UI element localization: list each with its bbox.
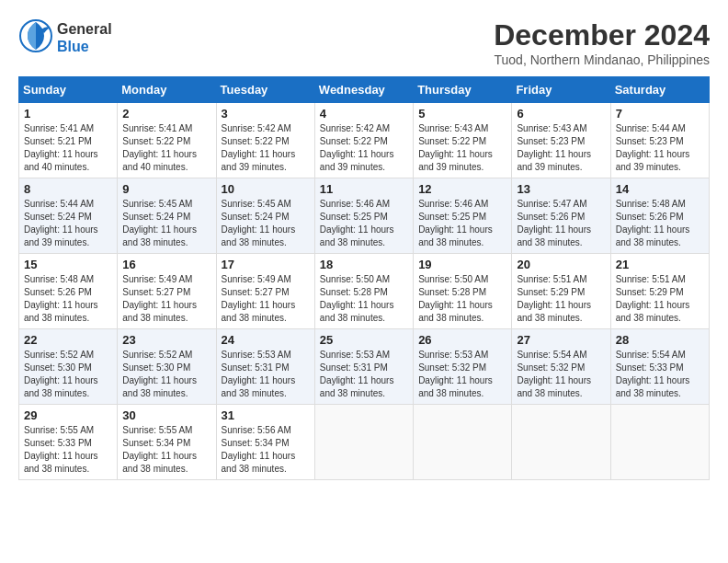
calendar-cell: 11 Sunrise: 5:46 AM Sunset: 5:25 PM Dayl… bbox=[314, 178, 413, 254]
calendar-table: SundayMondayTuesdayWednesdayThursdayFrid… bbox=[18, 76, 710, 480]
day-number: 14 bbox=[616, 182, 704, 196]
calendar-cell: 25 Sunrise: 5:53 AM Sunset: 5:31 PM Dayl… bbox=[314, 329, 413, 405]
logo: General Blue bbox=[18, 18, 112, 57]
day-number: 25 bbox=[320, 333, 408, 347]
calendar-cell: 4 Sunrise: 5:42 AM Sunset: 5:22 PM Dayli… bbox=[314, 103, 413, 178]
day-number: 31 bbox=[222, 408, 310, 422]
day-info: Sunrise: 5:44 AM Sunset: 5:24 PM Dayligh… bbox=[24, 198, 112, 249]
calendar-cell: 10 Sunrise: 5:45 AM Sunset: 5:24 PM Dayl… bbox=[216, 178, 314, 254]
calendar-cell: 18 Sunrise: 5:50 AM Sunset: 5:28 PM Dayl… bbox=[314, 254, 413, 329]
calendar-cell bbox=[512, 405, 610, 480]
day-info: Sunrise: 5:46 AM Sunset: 5:25 PM Dayligh… bbox=[320, 198, 408, 249]
calendar-cell: 27 Sunrise: 5:54 AM Sunset: 5:32 PM Dayl… bbox=[512, 329, 610, 405]
day-number: 15 bbox=[24, 258, 112, 271]
calendar-cell: 22 Sunrise: 5:52 AM Sunset: 5:30 PM Dayl… bbox=[19, 329, 118, 405]
day-number: 10 bbox=[222, 182, 310, 196]
day-number: 16 bbox=[122, 258, 210, 271]
day-info: Sunrise: 5:52 AM Sunset: 5:30 PM Dayligh… bbox=[24, 349, 112, 400]
calendar-cell: 30 Sunrise: 5:55 AM Sunset: 5:34 PM Dayl… bbox=[118, 405, 216, 480]
calendar-cell: 16 Sunrise: 5:49 AM Sunset: 5:27 PM Dayl… bbox=[118, 254, 216, 329]
day-number: 19 bbox=[418, 258, 506, 271]
calendar-week-row: 8 Sunrise: 5:44 AM Sunset: 5:24 PM Dayli… bbox=[19, 178, 710, 254]
calendar-cell: 9 Sunrise: 5:45 AM Sunset: 5:24 PM Dayli… bbox=[118, 178, 216, 254]
day-number: 26 bbox=[418, 333, 506, 347]
calendar-cell: 24 Sunrise: 5:53 AM Sunset: 5:31 PM Dayl… bbox=[216, 329, 314, 405]
calendar-cell: 1 Sunrise: 5:41 AM Sunset: 5:21 PM Dayli… bbox=[19, 103, 118, 178]
calendar-week-row: 1 Sunrise: 5:41 AM Sunset: 5:21 PM Dayli… bbox=[19, 103, 710, 178]
calendar-cell: 28 Sunrise: 5:54 AM Sunset: 5:33 PM Dayl… bbox=[610, 329, 709, 405]
day-number: 13 bbox=[517, 182, 605, 196]
calendar-cell: 20 Sunrise: 5:51 AM Sunset: 5:29 PM Dayl… bbox=[512, 254, 610, 329]
day-number: 20 bbox=[517, 258, 605, 271]
calendar-week-row: 29 Sunrise: 5:55 AM Sunset: 5:33 PM Dayl… bbox=[19, 405, 710, 480]
logo-general: General bbox=[57, 20, 112, 38]
day-info: Sunrise: 5:42 AM Sunset: 5:22 PM Dayligh… bbox=[320, 122, 408, 174]
day-number: 4 bbox=[320, 107, 408, 121]
day-number: 30 bbox=[122, 408, 210, 422]
day-info: Sunrise: 5:43 AM Sunset: 5:22 PM Dayligh… bbox=[418, 122, 506, 174]
calendar-cell: 26 Sunrise: 5:53 AM Sunset: 5:32 PM Dayl… bbox=[414, 329, 512, 405]
day-number: 7 bbox=[616, 107, 704, 121]
day-info: Sunrise: 5:53 AM Sunset: 5:31 PM Dayligh… bbox=[320, 349, 408, 400]
title-block: December 2024 Tuod, Northern Mindanao, P… bbox=[494, 18, 710, 67]
day-info: Sunrise: 5:53 AM Sunset: 5:31 PM Dayligh… bbox=[222, 349, 310, 400]
day-info: Sunrise: 5:49 AM Sunset: 5:27 PM Dayligh… bbox=[222, 273, 310, 325]
day-info: Sunrise: 5:44 AM Sunset: 5:23 PM Dayligh… bbox=[616, 122, 704, 174]
day-info: Sunrise: 5:48 AM Sunset: 5:26 PM Dayligh… bbox=[616, 198, 704, 249]
day-info: Sunrise: 5:45 AM Sunset: 5:24 PM Dayligh… bbox=[122, 198, 210, 249]
day-number: 8 bbox=[24, 182, 112, 196]
day-info: Sunrise: 5:50 AM Sunset: 5:28 PM Dayligh… bbox=[418, 273, 506, 325]
day-number: 21 bbox=[616, 258, 704, 271]
day-info: Sunrise: 5:41 AM Sunset: 5:21 PM Dayligh… bbox=[24, 122, 112, 174]
day-info: Sunrise: 5:54 AM Sunset: 5:32 PM Dayligh… bbox=[517, 349, 605, 400]
month-title: December 2024 bbox=[494, 18, 710, 52]
day-number: 6 bbox=[517, 107, 605, 121]
calendar-cell: 3 Sunrise: 5:42 AM Sunset: 5:22 PM Dayli… bbox=[216, 103, 314, 178]
calendar-week-row: 15 Sunrise: 5:48 AM Sunset: 5:26 PM Dayl… bbox=[19, 254, 710, 329]
day-number: 1 bbox=[24, 107, 112, 121]
weekday-header-sunday: Sunday bbox=[19, 77, 118, 103]
calendar-cell: 5 Sunrise: 5:43 AM Sunset: 5:22 PM Dayli… bbox=[414, 103, 512, 178]
calendar-cell: 6 Sunrise: 5:43 AM Sunset: 5:23 PM Dayli… bbox=[512, 103, 610, 178]
location: Tuod, Northern Mindanao, Philippines bbox=[494, 52, 710, 67]
day-info: Sunrise: 5:51 AM Sunset: 5:29 PM Dayligh… bbox=[616, 273, 704, 325]
day-info: Sunrise: 5:55 AM Sunset: 5:33 PM Dayligh… bbox=[24, 424, 112, 476]
calendar-cell: 19 Sunrise: 5:50 AM Sunset: 5:28 PM Dayl… bbox=[414, 254, 512, 329]
calendar-cell: 15 Sunrise: 5:48 AM Sunset: 5:26 PM Dayl… bbox=[19, 254, 118, 329]
day-info: Sunrise: 5:43 AM Sunset: 5:23 PM Dayligh… bbox=[517, 122, 605, 174]
day-info: Sunrise: 5:49 AM Sunset: 5:27 PM Dayligh… bbox=[122, 273, 210, 325]
day-info: Sunrise: 5:50 AM Sunset: 5:28 PM Dayligh… bbox=[320, 273, 408, 325]
day-number: 24 bbox=[222, 333, 310, 347]
day-number: 29 bbox=[24, 408, 112, 422]
calendar-cell: 23 Sunrise: 5:52 AM Sunset: 5:30 PM Dayl… bbox=[118, 329, 216, 405]
day-number: 11 bbox=[320, 182, 408, 196]
day-number: 2 bbox=[122, 107, 210, 121]
day-info: Sunrise: 5:52 AM Sunset: 5:30 PM Dayligh… bbox=[122, 349, 210, 400]
day-number: 27 bbox=[517, 333, 605, 347]
weekday-header-row: SundayMondayTuesdayWednesdayThursdayFrid… bbox=[19, 77, 710, 103]
day-number: 3 bbox=[222, 107, 310, 121]
day-info: Sunrise: 5:42 AM Sunset: 5:22 PM Dayligh… bbox=[222, 122, 310, 174]
day-number: 17 bbox=[222, 258, 310, 271]
calendar-cell bbox=[414, 405, 512, 480]
calendar-cell: 7 Sunrise: 5:44 AM Sunset: 5:23 PM Dayli… bbox=[610, 103, 709, 178]
calendar-cell: 29 Sunrise: 5:55 AM Sunset: 5:33 PM Dayl… bbox=[19, 405, 118, 480]
calendar-cell: 31 Sunrise: 5:56 AM Sunset: 5:34 PM Dayl… bbox=[216, 405, 314, 480]
day-number: 18 bbox=[320, 258, 408, 271]
day-number: 5 bbox=[418, 107, 506, 121]
day-info: Sunrise: 5:53 AM Sunset: 5:32 PM Dayligh… bbox=[418, 349, 506, 400]
weekday-header-wednesday: Wednesday bbox=[314, 77, 413, 103]
weekday-header-friday: Friday bbox=[512, 77, 610, 103]
logo-blue: Blue bbox=[57, 38, 112, 55]
calendar-week-row: 22 Sunrise: 5:52 AM Sunset: 5:30 PM Dayl… bbox=[19, 329, 710, 405]
weekday-header-saturday: Saturday bbox=[610, 77, 709, 103]
calendar-cell bbox=[314, 405, 413, 480]
page-header: General Blue December 2024 Tuod, Norther… bbox=[18, 18, 710, 67]
day-number: 23 bbox=[122, 333, 210, 347]
calendar-cell: 21 Sunrise: 5:51 AM Sunset: 5:29 PM Dayl… bbox=[610, 254, 709, 329]
day-number: 22 bbox=[24, 333, 112, 347]
calendar-cell: 2 Sunrise: 5:41 AM Sunset: 5:22 PM Dayli… bbox=[118, 103, 216, 178]
day-info: Sunrise: 5:55 AM Sunset: 5:34 PM Dayligh… bbox=[122, 424, 210, 476]
day-info: Sunrise: 5:48 AM Sunset: 5:26 PM Dayligh… bbox=[24, 273, 112, 325]
day-info: Sunrise: 5:41 AM Sunset: 5:22 PM Dayligh… bbox=[122, 122, 210, 174]
